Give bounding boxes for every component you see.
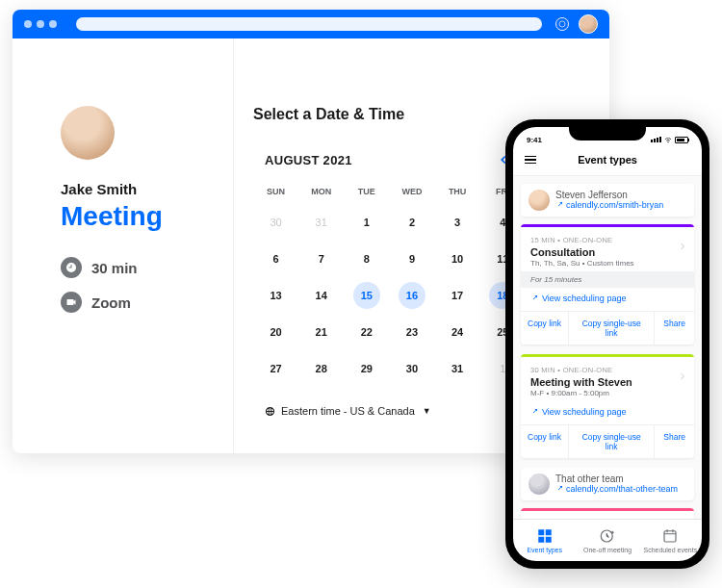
view-scheduling-link[interactable]: View scheduling page [521,288,694,311]
calendar-day[interactable]: 1 [353,209,380,236]
calendar-day[interactable]: 14 [308,282,335,309]
battery-icon [675,137,688,143]
action-0[interactable]: Copy link [521,312,569,345]
calendar-day[interactable]: 30 [399,355,425,382]
day-of-week: THU [435,179,480,204]
event-name: Consultation [530,246,684,258]
event-note: For 15 minutes [521,271,694,288]
location-label: Zoom [91,294,131,311]
calendar-day[interactable]: 23 [399,319,425,345]
external-link-icon [555,201,563,209]
day-of-week: TUE [344,179,389,204]
calendar-day[interactable]: 24 [444,319,471,345]
month-label: AUGUST 2021 [265,153,352,167]
calendar-day[interactable]: 9 [399,245,425,272]
calendar-day[interactable]: 21 [308,319,335,345]
app-header: Event types [513,148,702,176]
host-name: Jake Smith [61,181,223,197]
team-avatar [529,473,550,495]
calendar-day[interactable]: 8 [353,245,380,272]
clock-plus-icon [599,527,616,545]
calendar-day[interactable]: 22 [353,319,380,345]
calendar-day[interactable]: 7 [308,245,335,272]
team-link[interactable]: calendly.com/that-other-team [555,484,678,494]
host-avatar [61,106,115,160]
event-type-card[interactable]: 30 MIN • ONE-ON-ONEMeeting with StevenM-… [521,354,694,458]
extension-icon[interactable] [555,17,569,31]
calendar-day: 30 [263,209,290,236]
event-details-pane: Jake Smith Meeting 30 min Zoom [13,38,234,453]
video-icon [61,292,82,313]
grid-icon [536,527,554,545]
tab-scheduled[interactable]: Scheduled events [639,520,702,561]
status-time: 9:41 [527,136,542,144]
team-identity-card[interactable]: That other team calendly.com/that-other-… [521,468,694,500]
location-row: Zoom [61,292,223,313]
calendar-day: 31 [308,209,335,236]
bottom-tab-bar: Event types One-off meeting Scheduled ev… [513,519,702,561]
action-0[interactable]: Copy link [521,425,569,458]
day-of-week: MON [298,179,344,204]
titlebar [13,10,609,38]
svg-rect-2 [664,531,676,542]
address-bar[interactable] [76,17,542,31]
event-title: Meeting [61,201,223,232]
calendar-day[interactable]: 28 [308,355,335,382]
event-name: Meeting with Steven [530,376,684,388]
chevron-right-icon [677,371,688,382]
user-link[interactable]: calendly.com/smith-bryan [555,200,663,210]
tab-event-types[interactable]: Event types [513,520,576,561]
profile-avatar-icon[interactable] [579,14,598,34]
action-2[interactable]: Share [655,312,694,345]
action-1[interactable]: Copy single-use link [569,425,655,458]
team-name: That other team [555,473,678,484]
svg-point-0 [559,21,565,27]
window-controls[interactable] [24,20,57,28]
external-link-icon [530,408,538,416]
day-of-week: SUN [253,179,298,204]
signal-icon [651,137,661,142]
caret-down-icon: ▼ [423,406,431,416]
calendar-day[interactable]: 2 [399,209,425,236]
card-actions: Copy linkCopy single-use linkShare [521,424,694,458]
event-schedule: Th, Th, Sa, Su • Custom times [530,259,684,268]
wifi-icon [664,136,672,143]
user-name: Steven Jefferson [555,190,663,200]
event-meta: 15 MIN • ONE-ON-ONE [530,236,684,244]
day-of-week: WED [389,179,434,204]
calendar-day[interactable]: 3 [444,209,471,236]
calendar-day[interactable]: 10 [444,245,471,272]
calendar-day[interactable]: 6 [263,245,290,272]
card-actions: Copy linkCopy single-use linkShare [521,311,694,345]
event-type-card[interactable]: 15 MIN • ROUND ROBIN Team Meeting [521,508,694,519]
calendar-day[interactable]: 15 [353,282,380,309]
event-type-card[interactable]: 15 MIN • ONE-ON-ONEConsultationTh, Th, S… [521,224,694,345]
duration-label: 30 min [91,260,138,276]
calendar-day[interactable]: 29 [353,355,380,382]
event-meta: 30 MIN • ONE-ON-ONE [530,366,684,374]
calendar-day[interactable]: 20 [263,319,290,345]
external-link-icon [530,294,538,302]
globe-icon [265,406,275,417]
clock-icon [61,257,82,278]
tab-one-off[interactable]: One-off meeting [576,520,638,561]
calendar-day[interactable]: 16 [399,282,425,309]
timezone-label: Eastern time - US & Canada [281,405,415,417]
duration-row: 30 min [61,257,223,278]
calendar-day[interactable]: 17 [444,282,471,309]
calendar-day[interactable]: 31 [444,355,471,382]
action-2[interactable]: Share [655,425,694,458]
event-schedule: M-F • 9:00am - 5:00pm [530,389,684,397]
calendar-icon [661,527,679,545]
calendar-day[interactable]: 27 [263,355,290,382]
status-bar: 9:41 [513,127,702,148]
view-scheduling-link[interactable]: View scheduling page [521,401,694,424]
calendar-day[interactable]: 13 [263,282,290,309]
action-1[interactable]: Copy single-use link [569,312,655,345]
mobile-device-frame: 9:41 Event types Steven Jefferson calend… [505,119,709,569]
chevron-right-icon [677,241,688,252]
user-avatar [529,190,550,211]
user-identity-card[interactable]: Steven Jefferson calendly.com/smith-brya… [521,184,694,217]
event-types-list[interactable]: Steven Jefferson calendly.com/smith-brya… [513,176,702,519]
screen-title: Event types [525,154,690,166]
